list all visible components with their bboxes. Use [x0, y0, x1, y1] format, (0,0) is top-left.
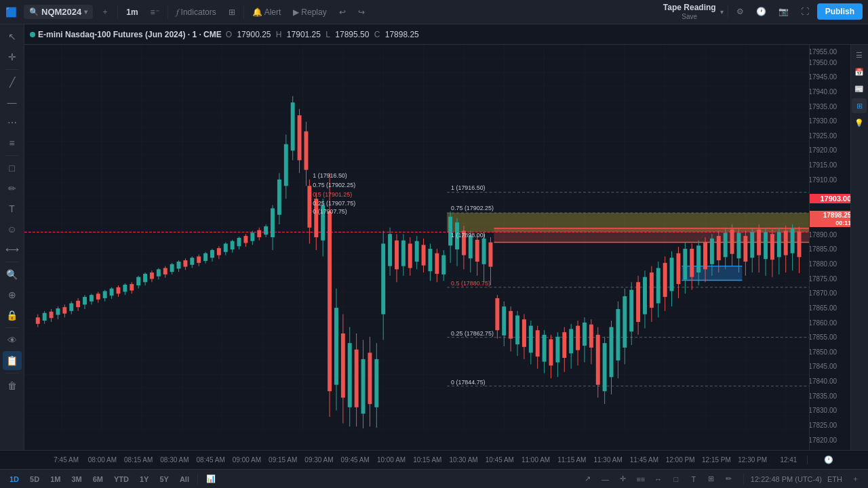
calendar-icon[interactable]: 📅 [852, 64, 867, 79]
time-label: 10:30 AM [446, 456, 481, 464]
line-drawing-icon[interactable]: — [598, 472, 613, 487]
separator [117, 5, 118, 19]
time-label: 08:45 AM [193, 456, 229, 464]
canvas-container[interactable]: 1 (17916.50) 0.75 (17902.25) 1 (17916.50… [24, 45, 809, 430]
cursor-tool[interactable]: ↖ [3, 27, 22, 46]
rect-drawing-icon[interactable]: □ [669, 472, 684, 487]
bar-chart-icon[interactable]: 📊 [202, 473, 220, 485]
svg-text:1 (17916.50): 1 (17916.50) [313, 172, 347, 179]
replay-button[interactable]: ▶ Replay [289, 5, 330, 20]
text-tool[interactable]: T [3, 199, 22, 218]
svg-rect-57 [110, 289, 114, 296]
svg-rect-109 [284, 144, 288, 186]
zoom-tool[interactable]: 🔍 [3, 265, 22, 284]
timeframe-bar-button[interactable]: ≡⁻ [146, 5, 163, 20]
svg-text:0.5 (17880.75): 0.5 (17880.75) [451, 280, 490, 287]
timeframe-5d[interactable]: 5D [26, 474, 43, 485]
indicators-button[interactable]: 𝑓 Indicators [172, 4, 220, 20]
undo-button[interactable]: ↩ [335, 5, 350, 20]
crosshair-drawing-icon[interactable]: ✛ [616, 472, 631, 487]
data-window-icon[interactable]: ⊞ [852, 98, 867, 113]
close-value: 17898.25 [385, 30, 419, 39]
fib-tool[interactable]: ⋯ [3, 113, 22, 132]
fullscreen-icon-btn[interactable]: ⛶ [797, 4, 813, 19]
svg-rect-105 [271, 208, 275, 237]
chart-canvas-area: 1 (17916.50) 0.75 (17902.25) 1 (17916.50… [24, 45, 868, 450]
timeframe-1m-button[interactable]: 1m [122, 5, 142, 20]
eye-tool[interactable]: 👁 [3, 331, 22, 350]
svg-rect-239 [717, 236, 721, 260]
templates-tool[interactable]: 📋 [3, 351, 22, 370]
alert-button[interactable]: 🔔 Alert [248, 5, 285, 20]
time-label: 11:00 AM [517, 456, 553, 464]
extend-drawing-icon[interactable]: ↔ [651, 472, 666, 487]
timeframe-6m[interactable]: 6M [89, 474, 107, 485]
svg-rect-263 [797, 231, 802, 257]
lock-tool[interactable]: 🔒 [3, 306, 22, 325]
ohlc-display: O 17900.25 H 17901.25 L 17895.50 C 17898… [226, 30, 422, 39]
ideas-icon[interactable]: 💡 [852, 115, 867, 130]
time-label: 09:00 AM [229, 456, 264, 464]
add-symbol-icon[interactable]: ＋ [848, 472, 863, 487]
timeframe-all[interactable]: All [176, 474, 193, 485]
horizontal-line-tool[interactable]: — [3, 93, 22, 112]
svg-rect-233 [696, 245, 701, 272]
timeframe-3m[interactable]: 3M [67, 474, 85, 485]
icons-tool[interactable]: ☺ [3, 220, 22, 239]
timeframe-5y[interactable]: 5Y [155, 474, 172, 485]
svg-rect-169 [482, 239, 486, 264]
trash-tool[interactable]: 🗑 [3, 376, 22, 395]
add-tab-button[interactable]: ＋ [97, 3, 113, 20]
svg-rect-129 [348, 343, 352, 407]
price-label: 17835.00 [809, 392, 850, 399]
timeframe-ytd[interactable]: YTD [110, 474, 133, 485]
svg-text:0 (17907.75): 0 (17907.75) [313, 208, 347, 215]
publish-button[interactable]: Publish [817, 3, 863, 20]
svg-rect-101 [257, 230, 261, 237]
trend-line-tool[interactable]: ╱ [3, 73, 22, 92]
price-label: 17940.00 [809, 87, 850, 95]
lt-separator2 [5, 155, 19, 156]
crosshair-tool[interactable]: ✛ [3, 47, 22, 66]
redo-button[interactable]: ↪ [354, 5, 369, 20]
svg-rect-191 [555, 337, 559, 363]
svg-rect-83 [197, 256, 201, 262]
settings-icon-btn[interactable]: ⚙ [732, 4, 748, 19]
camera-icon-btn[interactable]: 📷 [774, 4, 793, 19]
current-price-label2: 17898.2500:11 [810, 211, 850, 227]
svg-rect-241 [724, 232, 728, 257]
channel-tool[interactable]: ≡ [3, 134, 22, 152]
svg-rect-39 [50, 312, 54, 318]
timeframe-1d[interactable]: 1D [5, 474, 23, 485]
chart-area: E-mini Nasdaq-100 Futures (Jun 2024) · 1… [24, 24, 868, 450]
svg-rect-125 [334, 308, 338, 385]
news-icon[interactable]: 📰 [852, 81, 867, 96]
svg-rect-209 [616, 309, 620, 361]
time-bar: 7:45 AM 08:00 AM 08:15 AM 08:30 AM 08:45… [0, 450, 868, 469]
svg-rect-93 [231, 241, 235, 249]
clock-icon-btn[interactable]: 🕐 [752, 4, 770, 19]
time-axis-corner[interactable]: 🕐 [807, 455, 850, 464]
brush-tool[interactable]: ✏ [3, 179, 22, 198]
tape-reading-menu[interactable]: Tape Reading Save [663, 3, 716, 20]
price-label: 17845.00 [809, 363, 850, 370]
magnet-tool[interactable]: ⊕ [3, 285, 22, 304]
measure-drawing-icon[interactable]: T [686, 472, 701, 487]
timeframe-1m[interactable]: 1M [46, 474, 64, 485]
close-label: C [374, 30, 380, 39]
cursor-drawing-icon[interactable]: ↗ [580, 472, 595, 487]
calendar-drawing-icon[interactable]: ⊞ [704, 472, 719, 487]
time-label: 08:30 AM [157, 456, 193, 464]
svg-text:1 (17898.00): 1 (17898.00) [451, 232, 486, 239]
svg-rect-149 [415, 241, 419, 262]
layout-drawing-icon[interactable]: ≡≡ [633, 472, 648, 487]
timeframe-1y[interactable]: 1Y [136, 474, 153, 485]
watchlist-icon[interactable]: ☰ [852, 47, 867, 62]
svg-rect-85 [203, 253, 208, 261]
measure-tool[interactable]: ⟷ [3, 240, 22, 259]
symbol-selector[interactable]: 🔍 NQM2024 ▾ [24, 5, 93, 19]
layout-button[interactable]: ⊞ [224, 5, 239, 20]
pencil-drawing-icon[interactable]: ✏ [722, 472, 736, 487]
svg-rect-127 [341, 333, 345, 398]
shapes-tool[interactable]: □ [3, 159, 22, 178]
